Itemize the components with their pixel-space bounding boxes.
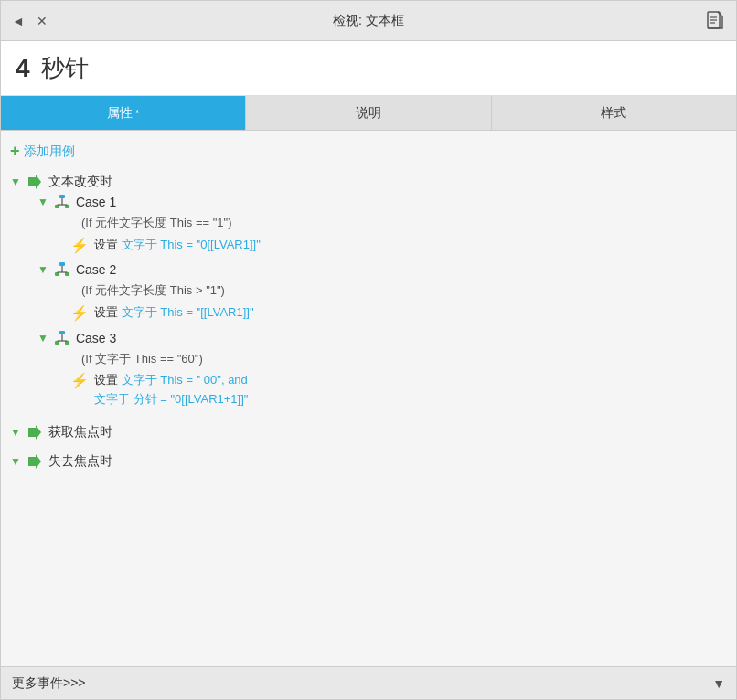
case-2-action-text: 设置 文字于 This = "[[LVAR1]]"	[94, 303, 254, 323]
svg-rect-7	[65, 205, 69, 208]
event-row-text-change: ▼ 文本改变时	[10, 174, 727, 190]
case-icon-1	[54, 194, 70, 210]
add-icon: +	[10, 142, 20, 161]
lightning-icon-1: ⚡	[70, 237, 89, 254]
event-label-focus: 获取焦点时	[48, 424, 112, 440]
svg-rect-11	[55, 272, 59, 276]
close-button[interactable]: ✕	[34, 13, 50, 29]
collapse-icon-case3[interactable]: ▼	[37, 332, 48, 345]
footer-dropdown-arrow[interactable]: ▼	[712, 676, 725, 691]
case-2-condition: (If 元件文字长度 This > "1")	[81, 281, 727, 300]
case-2-header: ▼ Case 2	[37, 261, 727, 278]
case-1-label: Case 1	[76, 195, 116, 209]
case-1-action: ⚡ 设置 文字于 This = "0[[LVAR1]]"	[70, 236, 727, 255]
titlebar-controls: ◄ ✕	[10, 13, 50, 29]
event-focus: ▼ 获取焦点时	[10, 424, 727, 440]
collapse-icon-case1[interactable]: ▼	[37, 196, 48, 208]
add-use-case-label: 添加用例	[24, 143, 75, 160]
svg-marker-4	[28, 175, 41, 189]
tabs: 属性 * 说明 样式	[1, 96, 736, 131]
svg-rect-12	[65, 272, 69, 276]
trigger-icon-text-change	[27, 174, 43, 190]
event-label-blur: 失去焦点时	[48, 453, 112, 470]
case-3-block: ▼ Case 3 (If 文字于 This == "60")	[37, 330, 727, 409]
titlebar-title: 检视: 文本框	[333, 13, 404, 29]
case-icon-3	[54, 330, 70, 346]
event-label-text-change: 文本改变时	[48, 174, 112, 190]
lightning-icon-3: ⚡	[70, 372, 89, 389]
back-button[interactable]: ◄	[10, 13, 27, 29]
tab-attributes[interactable]: 属性 *	[1, 96, 246, 130]
tab-style[interactable]: 样式	[492, 96, 736, 130]
event-text-change: ▼ 文本改变时 ▼	[10, 174, 727, 417]
svg-rect-17	[65, 341, 69, 345]
case-icon-2	[54, 261, 70, 278]
tab-description[interactable]: 说明	[246, 96, 491, 130]
svg-rect-5	[59, 195, 65, 198]
svg-marker-21	[28, 454, 41, 469]
case-3-action-text: 设置 文字于 This = " 00", and 文字于 分针 = "0[[LV…	[94, 371, 248, 409]
case-1-header: ▼ Case 1	[37, 194, 727, 210]
document-icon[interactable]	[705, 11, 725, 31]
add-use-case-link[interactable]: + 添加用例	[10, 142, 727, 161]
case-2-block: ▼ Case 2 (If 元件文字长度 This > "1")	[37, 261, 727, 322]
svg-rect-10	[59, 262, 65, 266]
tab-asterisk: *	[135, 108, 139, 119]
collapse-icon-text-change[interactable]: ▼	[10, 175, 21, 188]
case-2-action: ⚡ 设置 文字于 This = "[[LVAR1]]"	[70, 303, 727, 323]
case-3-label: Case 3	[76, 331, 116, 345]
collapse-icon-blur[interactable]: ▼	[10, 455, 21, 468]
case-1-action-text: 设置 文字于 This = "0[[LVAR1]]"	[94, 236, 261, 255]
component-name: 秒针	[41, 52, 89, 84]
case-1-condition: (If 元件文字长度 This == "1")	[81, 214, 727, 232]
footer: 更多事件>>> ▼	[1, 666, 736, 699]
svg-rect-6	[55, 205, 59, 208]
svg-rect-15	[59, 331, 65, 334]
case-3-action: ⚡ 设置 文字于 This = " 00", and 文字于 分针 = "0[[…	[70, 371, 727, 409]
case-3-header: ▼ Case 3	[37, 330, 727, 346]
titlebar: ◄ ✕ 检视: 文本框	[1, 1, 736, 41]
component-number: 4	[16, 54, 30, 83]
trigger-icon-focus	[27, 424, 43, 440]
component-header: 4 秒针	[1, 41, 736, 96]
event-blur: ▼ 失去焦点时	[10, 453, 727, 470]
collapse-icon-case2[interactable]: ▼	[37, 263, 48, 276]
case-1-block: ▼ Case 1 (If 元件文字长度 This == "1")	[37, 194, 727, 254]
svg-marker-20	[28, 425, 41, 440]
case-2-label: Case 2	[76, 262, 116, 277]
trigger-icon-blur	[27, 453, 43, 470]
collapse-icon-focus[interactable]: ▼	[10, 426, 21, 439]
svg-rect-16	[55, 341, 59, 345]
content-area: + 添加用例 ▼ 文本改变时 ▼	[1, 131, 736, 666]
case-3-condition: (If 文字于 This == "60")	[81, 350, 727, 368]
more-events-link[interactable]: 更多事件>>>	[12, 675, 86, 692]
window: ◄ ✕ 检视: 文本框 4 秒针 属性 * 说明 样式	[0, 0, 737, 700]
lightning-icon-2: ⚡	[70, 304, 89, 322]
